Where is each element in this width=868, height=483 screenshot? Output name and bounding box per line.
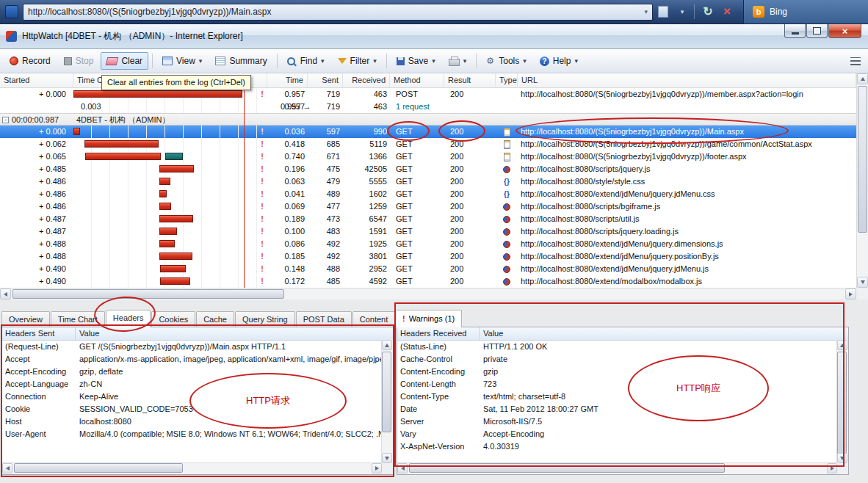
filter-button[interactable]: Filter▾ [332,52,383,70]
scroll-right-button[interactable] [827,463,837,473]
request-url[interactable]: http://localhost:8080/style/style.css [518,175,856,188]
summary-button[interactable]: Summary [209,52,272,70]
tab-warnings[interactable]: ! Warnings (1) [395,310,462,327]
request-row[interactable]: + 0.487!0.1004831591GET200http://localho… [0,225,856,238]
column-header-sent[interactable]: Sent [308,73,343,87]
vscroll-thumb[interactable] [858,86,867,233]
headers-sent-hscrollbar[interactable] [2,462,382,474]
scroll-down-button[interactable] [382,453,392,463]
scroll-left-button[interactable] [397,463,408,473]
tab-overview[interactable]: Overview [1,311,50,327]
panel-layout-toggle-icon[interactable] [850,57,861,65]
sent-cell: 492 [308,238,343,250]
request-url[interactable]: http://localhost:8080/(S(5niogrbezbyj1vj… [518,88,856,101]
tab-post-data[interactable]: POST Data [296,311,352,327]
sent-cell: 671 [308,150,343,163]
search-box[interactable]: b Bing [743,0,868,23]
request-row[interactable]: + 0.490!0.1724854592GET200http://localho… [0,275,856,288]
scroll-right-button[interactable] [845,288,856,299]
address-history-button[interactable]: ▾ [673,3,691,21]
hscroll-thumb[interactable] [409,463,725,473]
record-button[interactable]: Record [4,52,57,70]
minimize-button[interactable] [784,24,806,38]
stop-navigation-button[interactable]: × [718,3,736,21]
scroll-up-button[interactable] [837,340,847,350]
help-button[interactable]: Help▾ [534,52,584,70]
scroll-up-button[interactable] [382,340,392,350]
scroll-left-button[interactable] [2,463,12,473]
grid-vertical-scrollbar[interactable] [856,73,868,288]
scroll-right-button[interactable] [372,463,382,473]
tab-time-chart[interactable]: Time Chart [51,311,105,327]
request-url[interactable]: http://localhost:8080/scripts/jquery.loa… [518,225,856,238]
tab-query-string[interactable]: Query String [235,311,295,327]
column-header-received[interactable]: Received [343,73,390,87]
find-button[interactable]: Find▾ [281,52,330,70]
group-row[interactable]: 00:00:00.9874DBET - 机构 （ADMIN） [0,113,856,126]
column-value-received[interactable]: Value [480,327,848,340]
clear-button[interactable]: Clear [101,52,148,70]
column-header-started[interactable]: Started [0,73,73,87]
request-row[interactable]: + 0.486!0.0414891602GET200{}http://local… [0,188,856,200]
scroll-left-button[interactable] [0,288,11,299]
request-url[interactable]: http://localhost:8080/scripts/jquery.js [518,163,856,175]
restore-button[interactable] [806,24,828,38]
tools-button[interactable]: Tools▾ [480,52,532,70]
column-header-url[interactable]: URL [518,73,856,87]
column-header-result[interactable]: Result [444,73,496,87]
column-headers-received[interactable]: Headers Received [397,327,480,340]
request-row[interactable]: + 0.062!0.4186855119GET200http://localho… [0,138,856,150]
address-field[interactable]: http://localhost:8080/(S(5niogrbezbyj1vj… [23,4,653,21]
request-url[interactable]: http://localhost:8080/extend/jdMenu/jque… [518,263,856,275]
request-row[interactable]: + 0.487!0.1894736547GET200http://localho… [0,213,856,225]
request-row[interactable]: + 0.490!0.1484882952GET200http://localho… [0,263,856,275]
address-url[interactable]: http://localhost:8080/(S(5niogrbezbyj1vj… [28,7,641,17]
scroll-down-button[interactable] [857,277,868,288]
stop-button[interactable]: Stop [58,52,100,70]
request-row[interactable]: + 0.485!0.19647542505GET200http://localh… [0,163,856,175]
request-row[interactable]: + 0.486!0.0634795555GET200{}http://local… [0,175,856,188]
request-row[interactable]: + 0.000!0.036597990GET200http://localhos… [0,126,856,138]
refresh-button[interactable]: ↻ [699,3,717,21]
header-name: Server [397,415,480,428]
request-url[interactable]: http://localhost:8080/extend/jdMenu/jque… [518,250,856,263]
request-row[interactable]: + 0.486!0.0694771259GET200http://localho… [0,200,856,213]
request-url[interactable]: http://localhost:8080/(S(5niogrbezbyj1vj… [518,150,856,163]
hscroll-thumb[interactable] [14,463,183,473]
grid-horizontal-scrollbar[interactable] [0,288,856,299]
column-header-method[interactable]: Method [390,73,444,87]
request-row[interactable]: + 0.488!0.1854923801GET200http://localho… [0,250,856,263]
print-button[interactable]: ▾ [443,53,473,70]
collapse-icon[interactable] [2,117,9,123]
request-url[interactable]: http://localhost:8080/(S(5niogrbezbyj1vj… [518,126,856,138]
column-headers-sent[interactable]: Headers Sent [2,327,76,340]
column-header-time[interactable]: Time [267,73,308,87]
tab-content[interactable]: Content [352,311,396,327]
request-url[interactable]: http://localhost:8080/scripts/util.js [518,213,856,225]
save-button[interactable]: Save▾ [391,52,441,70]
close-button[interactable]: × [828,24,861,38]
headers-received-hscrollbar[interactable] [397,462,837,474]
request-url[interactable]: http://localhost:8080/extend/jdMenu/jque… [518,188,856,200]
tab-cookies[interactable]: Cookies [151,311,195,327]
request-row[interactable]: + 0.488!0.0864921925GET200http://localho… [0,238,856,250]
vscroll-thumb[interactable] [837,352,847,454]
request-row[interactable]: + 0.065!0.7406711366GET200http://localho… [0,150,856,163]
request-url[interactable]: http://localhost:8080/scripts/bgiframe.j… [518,200,856,213]
tab-cache[interactable]: Cache [196,311,234,327]
request-url[interactable]: http://localhost:8080/extend/jdMenu/jque… [518,238,856,250]
vscroll-thumb[interactable] [382,352,391,432]
column-header-type[interactable]: Type [496,73,518,87]
view-button[interactable]: View▾ [156,52,208,70]
request-url[interactable]: http://localhost:8080/extend/modalbox/mo… [518,275,856,288]
address-dropdown-icon[interactable]: ▾ [644,8,648,15]
headers-received-vscrollbar[interactable] [836,340,848,463]
tab-headers[interactable]: Headers [106,310,151,327]
column-value-sent[interactable]: Value [76,327,393,340]
compatibility-view-button[interactable] [654,3,672,21]
headers-sent-vscrollbar[interactable] [381,340,393,463]
scroll-down-button[interactable] [837,453,847,463]
request-url[interactable]: http://localhost:8080/(S(5niogrbezbyj1vj… [518,138,856,150]
hscroll-thumb[interactable] [12,289,284,299]
scroll-up-button[interactable] [857,73,868,84]
